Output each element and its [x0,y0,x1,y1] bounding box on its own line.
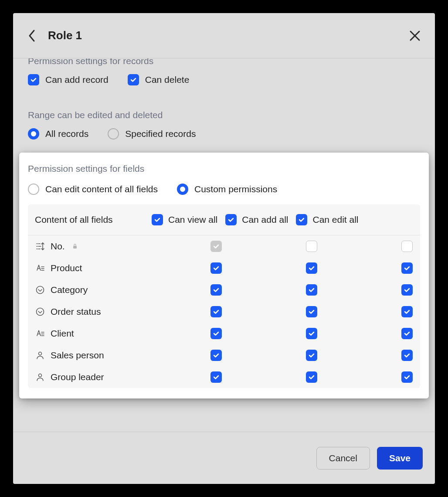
titlebar: Role 1 [13,13,435,58]
field-checkbox[interactable] [306,241,317,252]
field-checkbox[interactable] [306,350,317,361]
field-type-icon [35,350,45,361]
edit-all-fields-option[interactable]: Can edit content of all fields [28,184,158,195]
custom-permissions-radio[interactable] [177,184,188,195]
table-header: Content of all fields Can view all Can a… [28,204,420,235]
can-add-all-checkbox[interactable] [225,214,237,225]
can-view-all-checkbox[interactable] [152,214,163,225]
can-edit-all-option[interactable]: Can edit all [296,214,358,225]
table-body: No.ProductCategoryOrder statusClientSale… [28,235,420,388]
table-row: No. [28,235,420,257]
field-checkbox[interactable] [401,262,413,274]
range-radio-row: All records Specified records [28,128,420,140]
field-checkbox[interactable] [210,284,222,296]
field-checkbox[interactable] [401,284,413,296]
body: Permission settings for records Can add … [13,58,435,432]
field-name-text: Product [51,263,82,273]
svg-point-4 [39,374,42,377]
can-add-all-option[interactable]: Can add all [225,214,288,225]
field-name: Product [35,263,210,273]
table-row: Category [28,279,420,301]
field-checkbox[interactable] [210,371,222,383]
field-cells [210,350,413,361]
all-records-radio[interactable] [28,128,39,140]
field-checkbox[interactable] [401,371,413,383]
check-icon [154,216,161,223]
field-checkbox [210,241,222,252]
field-cells [210,371,413,383]
field-name-text: No. [51,241,65,252]
can-add-record-label: Can add record [45,75,109,85]
field-checkbox[interactable] [306,262,317,274]
field-checkbox[interactable] [210,328,222,339]
field-name-text: Category [51,285,88,295]
field-name: Group leader [35,372,210,382]
specified-records-label: Specified records [125,129,196,139]
all-records-label: All records [45,129,88,139]
table-row: Client [28,323,420,344]
field-type-icon [35,328,45,339]
can-add-record-checkbox[interactable] [28,74,39,85]
can-edit-all-checkbox[interactable] [296,214,307,225]
field-checkbox[interactable] [210,306,222,317]
fields-radio-row: Can edit content of all fields Custom pe… [28,184,420,195]
fields-card: Permission settings for fields Can edit … [19,153,429,398]
field-checkbox[interactable] [306,328,317,339]
dialog-window: Role 1 Permission settings for records C… [13,13,435,484]
fields-section-label: Permission settings for fields [28,163,420,174]
can-delete-label: Can delete [145,75,190,85]
can-view-all-option[interactable]: Can view all [152,214,217,225]
table-row: Product [28,257,420,279]
field-name: No. [35,241,210,252]
table-row: Order status [28,301,420,323]
can-delete-option[interactable]: Can delete [128,74,190,85]
field-checkbox[interactable] [210,262,222,274]
custom-permissions-label: Custom permissions [194,184,277,194]
all-records-option[interactable]: All records [28,128,88,140]
close-icon [409,30,421,42]
field-name: Order status [35,306,210,317]
field-type-icon [35,372,45,382]
field-type-icon [35,263,45,273]
table-row: Sales person [28,344,420,366]
chevron-left-icon [28,29,36,42]
field-checkbox[interactable] [306,306,317,317]
edit-all-fields-radio[interactable] [28,184,39,195]
field-checkbox[interactable] [401,241,413,252]
svg-point-3 [39,352,42,355]
can-edit-all-label: Can edit all [312,214,358,225]
field-checkbox[interactable] [306,284,317,296]
field-checkbox[interactable] [210,350,222,361]
field-name-text: Group leader [51,372,104,382]
save-button[interactable]: Save [377,447,423,470]
field-type-icon [35,241,45,252]
field-cells [210,284,413,296]
custom-permissions-option[interactable]: Custom permissions [177,184,277,195]
can-add-record-option[interactable]: Can add record [28,74,109,85]
page-title: Role 1 [48,29,82,42]
cancel-button[interactable]: Cancel [316,447,370,470]
field-name: Client [35,328,210,339]
can-add-all-label: Can add all [242,214,288,225]
edit-all-fields-label: Can edit content of all fields [45,184,158,194]
field-name-text: Client [51,328,74,339]
field-name-text: Sales person [51,350,104,361]
specified-records-option[interactable]: Specified records [108,128,196,140]
field-name-text: Order status [51,306,101,317]
check-icon [298,216,305,223]
records-checkbox-row: Can add record Can delete [28,74,420,85]
records-section-label: Permission settings for records [28,58,420,66]
field-cells [210,262,413,274]
field-type-icon [35,285,45,295]
close-button[interactable] [407,28,423,44]
specified-records-radio[interactable] [108,128,119,140]
check-icon [130,76,137,83]
back-button[interactable] [25,29,38,42]
fields-table: Content of all fields Can view all Can a… [28,204,420,388]
svg-point-1 [37,286,44,294]
can-delete-checkbox[interactable] [128,74,139,85]
field-checkbox[interactable] [306,371,317,383]
field-checkbox[interactable] [401,328,413,339]
field-checkbox[interactable] [401,306,413,317]
field-checkbox[interactable] [401,350,413,361]
